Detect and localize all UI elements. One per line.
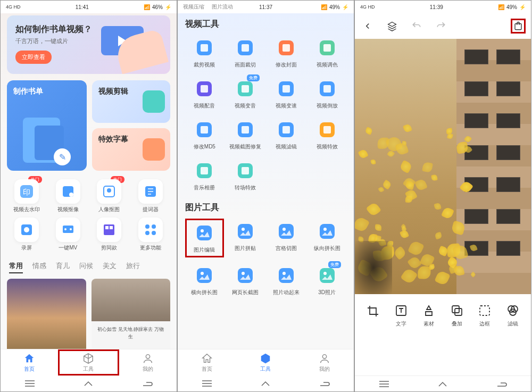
svg-point-3 bbox=[69, 193, 73, 197]
tool-icon bbox=[235, 160, 256, 181]
nav-home[interactable]: 首页 bbox=[178, 349, 236, 376]
video-tool-6[interactable]: 视频变速 bbox=[267, 78, 306, 110]
feature-make-booklist[interactable]: 制作书单 ✎ bbox=[7, 80, 87, 171]
bottom-nav: 首页 工具 我的 bbox=[178, 349, 354, 376]
sys-back-button[interactable] bbox=[314, 380, 335, 387]
shop-button-highlighted[interactable] bbox=[511, 19, 526, 34]
svg-rect-58 bbox=[238, 268, 253, 283]
sys-back-button[interactable] bbox=[137, 380, 158, 387]
person-icon bbox=[142, 353, 154, 364]
tool-icon bbox=[235, 221, 256, 242]
tool-text[interactable]: 文字 bbox=[394, 304, 408, 328]
nav-tools-highlighted[interactable]: 工具 bbox=[58, 349, 119, 376]
sys-home-button[interactable] bbox=[255, 380, 276, 387]
back-button[interactable] bbox=[360, 19, 375, 34]
grid-tool-7[interactable]: 更多功能 bbox=[131, 218, 170, 252]
video-tool-3[interactable]: 视频调色 bbox=[307, 37, 346, 69]
nav-profile[interactable]: 我的 bbox=[119, 349, 177, 376]
layers-button[interactable] bbox=[385, 19, 400, 34]
image-tool-2[interactable]: 宫格切图 bbox=[267, 221, 306, 255]
video-tool-9[interactable]: 视频截图修复 bbox=[226, 119, 265, 151]
video-tool-11[interactable]: 视频特效 bbox=[307, 119, 346, 151]
sys-menu-button[interactable] bbox=[19, 380, 40, 387]
tool-material[interactable]: 素材 bbox=[422, 304, 436, 328]
svg-rect-68 bbox=[455, 308, 462, 315]
tool-border[interactable]: 边框 bbox=[478, 304, 492, 328]
category-tabs: 常用情感育儿问候美文旅行 bbox=[7, 261, 170, 273]
nav-profile[interactable]: 我的 bbox=[295, 349, 354, 376]
sys-home-button[interactable] bbox=[432, 380, 453, 388]
tool-filter[interactable]: 滤镜 bbox=[506, 304, 520, 328]
feature-subtitle-fx[interactable]: 特效字幕 bbox=[92, 128, 170, 171]
image-tool-0-highlighted[interactable]: 图片编辑 bbox=[185, 219, 224, 257]
promo-banner[interactable]: 如何制作书单视频？ 千言万语，一键成片 立即查看 bbox=[7, 15, 170, 74]
photo-canvas[interactable] bbox=[355, 39, 531, 294]
video-tool-5[interactable]: 免费视频变音 bbox=[226, 78, 265, 110]
tool-icon bbox=[276, 221, 297, 242]
grid-tool-0[interactable]: 热门印视频去水印 bbox=[7, 179, 46, 213]
tab-育儿[interactable]: 育儿 bbox=[56, 261, 70, 273]
redo-button[interactable] bbox=[434, 19, 448, 34]
image-tool-7[interactable]: 免费3D照片 bbox=[307, 265, 346, 296]
grid-tool-5[interactable]: 一键MV bbox=[48, 218, 88, 252]
video-tool-13[interactable]: 转场特效 bbox=[226, 160, 265, 191]
cube-icon bbox=[260, 353, 271, 364]
video-tool-1[interactable]: 画面裁切 bbox=[226, 37, 265, 69]
sys-menu-button[interactable] bbox=[196, 380, 218, 387]
sys-back-button[interactable] bbox=[491, 380, 512, 388]
tab-问候[interactable]: 问候 bbox=[79, 261, 93, 273]
undo-button[interactable] bbox=[409, 19, 424, 34]
image-tool-5[interactable]: 网页长截图 bbox=[226, 265, 265, 296]
tool-icon bbox=[317, 265, 338, 286]
image-tool-6[interactable]: 照片动起来 bbox=[267, 265, 306, 296]
image-tool-1[interactable]: 图片拼贴 bbox=[226, 221, 265, 255]
tool-icon bbox=[317, 221, 338, 242]
tab-美文[interactable]: 美文 bbox=[103, 261, 117, 273]
home-icon bbox=[201, 353, 213, 364]
tab-旅行[interactable]: 旅行 bbox=[126, 261, 140, 273]
image-tool-4[interactable]: 横向拼长图 bbox=[185, 265, 224, 296]
pencil-icon: ✎ bbox=[54, 148, 71, 165]
tool-icon bbox=[317, 119, 338, 140]
tab-常用[interactable]: 常用 bbox=[9, 261, 23, 273]
grid-tool-4[interactable]: 录屏 bbox=[7, 218, 46, 252]
grid-tool-1[interactable]: 视频抠像 bbox=[48, 179, 88, 213]
video-tool-7[interactable]: 视频倒放 bbox=[307, 78, 346, 110]
video-tool-0[interactable]: 裁剪视频 bbox=[185, 37, 224, 69]
video-tool-8[interactable]: 修改MD5 bbox=[185, 119, 224, 151]
sys-home-button[interactable] bbox=[78, 380, 99, 387]
filter-icon bbox=[506, 304, 520, 318]
video-tool-12[interactable]: 音乐相册 bbox=[185, 160, 224, 191]
tool-icon bbox=[97, 218, 121, 242]
shape-icon bbox=[422, 304, 436, 318]
tool-crop[interactable]: X bbox=[366, 304, 380, 327]
free-badge: 免费 bbox=[247, 74, 260, 81]
video-tool-10[interactable]: 视频滤镜 bbox=[267, 119, 306, 151]
sys-menu-button[interactable] bbox=[373, 380, 395, 388]
crop-icon bbox=[366, 304, 380, 318]
svg-rect-54 bbox=[320, 224, 335, 239]
svg-rect-41 bbox=[282, 126, 290, 134]
grid-tool-6[interactable]: 剪同款 bbox=[90, 218, 129, 252]
tool-icon bbox=[276, 119, 297, 140]
nav-tools[interactable]: 工具 bbox=[236, 349, 295, 376]
svg-point-16 bbox=[152, 224, 156, 229]
video-tool-4[interactable]: 视频配音 bbox=[185, 78, 224, 110]
tool-overlay[interactable]: 叠加 bbox=[450, 304, 464, 328]
grid-tool-2[interactable]: 热门人像抠图 bbox=[90, 179, 129, 213]
video-tool-2[interactable]: 修改封面 bbox=[267, 37, 306, 69]
tab-情感[interactable]: 情感 bbox=[32, 261, 46, 273]
bottom-nav: 首页 工具 我的 bbox=[1, 349, 177, 376]
status-bar: 4G HD 11:41 📶46%⚡ bbox=[1, 1, 177, 13]
svg-rect-25 bbox=[282, 44, 290, 52]
svg-rect-23 bbox=[242, 44, 249, 52]
grid-tool-3[interactable]: 提词器 bbox=[131, 179, 170, 213]
tool-icon bbox=[276, 37, 297, 59]
feature-video-edit[interactable]: 视频剪辑 bbox=[92, 80, 170, 123]
svg-rect-37 bbox=[201, 126, 208, 134]
template-card-2[interactable]: 初心如雪 见天地 静躁寒去 万物生 bbox=[92, 279, 171, 354]
nav-home[interactable]: 首页 bbox=[1, 349, 58, 376]
template-card-1[interactable] bbox=[7, 279, 86, 354]
banner-cta-button[interactable]: 立即查看 bbox=[15, 51, 52, 64]
image-tool-3[interactable]: 纵向拼长图 bbox=[307, 221, 346, 255]
